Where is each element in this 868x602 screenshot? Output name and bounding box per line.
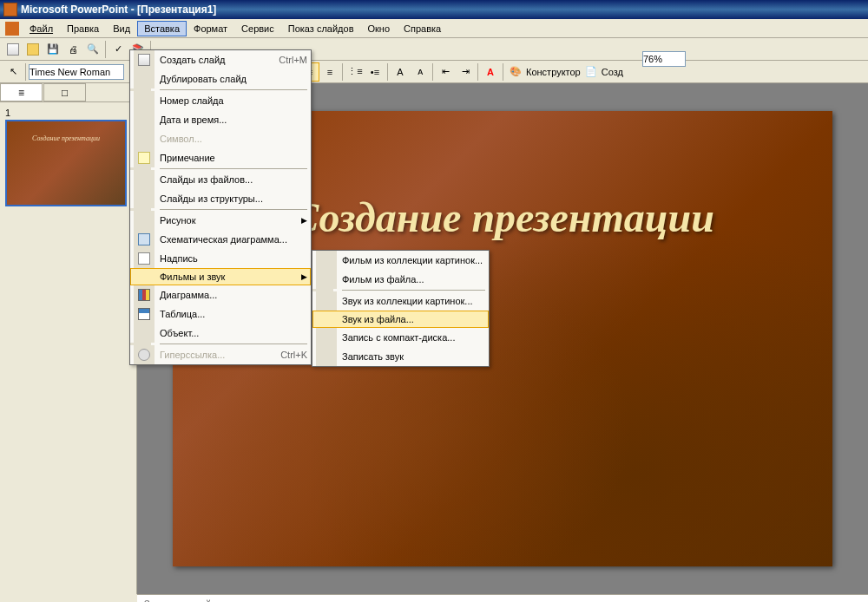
submenu-sound-file[interactable]: Звук из файла... <box>312 311 489 328</box>
menu-object[interactable]: Объект... <box>130 324 311 343</box>
submenu-arrow-icon: ▶ <box>301 272 307 281</box>
menu-format[interactable]: Формат <box>187 21 234 36</box>
menu-tools[interactable]: Сервис <box>234 21 281 36</box>
spell-button[interactable]: ✓ <box>108 40 128 59</box>
menu-insert[interactable]: Вставка <box>137 21 187 36</box>
slide-thumbnail[interactable]: Создание презентации <box>5 120 127 206</box>
menu-textbox[interactable]: Надпись <box>130 249 311 268</box>
app-menu-icon[interactable] <box>5 22 19 36</box>
menu-comment[interactable]: Примечание <box>130 148 311 167</box>
font-color-button[interactable]: A <box>481 62 500 82</box>
menu-chart[interactable]: Диаграмма... <box>130 285 311 304</box>
increase-font-button[interactable]: A <box>391 62 410 82</box>
menu-table[interactable]: Таблица... <box>130 304 311 324</box>
menu-duplicate-slide[interactable]: Дублировать слайд <box>130 69 311 88</box>
menu-picture[interactable]: Рисунок▶ <box>130 211 311 230</box>
design-button[interactable]: 🎨 <box>506 62 525 82</box>
title-bar: Microsoft PowerPoint - [Презентация1] <box>0 0 868 19</box>
menu-symbol: Символ... <box>130 129 311 148</box>
preview-button[interactable]: 🔍 <box>83 40 102 59</box>
app-icon <box>3 3 17 16</box>
print-button[interactable]: 🖨 <box>63 40 82 59</box>
menu-help[interactable]: Справка <box>397 21 448 36</box>
submenu-cd-audio[interactable]: Запись с компакт-диска... <box>312 328 489 347</box>
submenu-record-sound[interactable]: Записать звук <box>312 347 489 366</box>
menu-window[interactable]: Окно <box>361 21 398 36</box>
menu-hyperlink: Гиперссылка...Ctrl+K <box>130 345 311 364</box>
new-slide-button[interactable]: 📄 <box>582 62 601 82</box>
menu-new-slide[interactable]: Создать слайдCtrl+M <box>130 50 311 69</box>
submenu-arrow-icon: ▶ <box>301 216 307 225</box>
menu-slides-from-outline[interactable]: Слайды из структуры... <box>130 189 311 208</box>
submenu-movie-clip[interactable]: Фильм из коллекции картинок... <box>312 251 489 270</box>
new-slide-label[interactable]: Созд <box>602 67 623 77</box>
app-name: Microsoft PowerPoint <box>21 3 128 16</box>
decrease-indent-button[interactable]: ⇤ <box>436 62 455 82</box>
doc-name: [Презентация1] <box>137 3 216 16</box>
decrease-font-button[interactable]: ᴀ <box>411 62 430 82</box>
font-name-select[interactable] <box>29 64 124 80</box>
menu-diagram[interactable]: Схематическая диаграмма... <box>130 230 311 249</box>
bullets-button[interactable]: •≡ <box>365 62 385 82</box>
menu-edit[interactable]: Правка <box>60 21 106 36</box>
menu-file[interactable]: Файл <box>23 21 60 36</box>
thumbnail-list: 1 Создание презентации <box>0 102 136 212</box>
align-right-button[interactable]: ≡ <box>320 62 339 82</box>
open-button[interactable] <box>23 40 43 59</box>
menu-date-time[interactable]: Дата и время... <box>130 110 311 129</box>
panel-tabs: ≡ □ <box>0 83 136 102</box>
thumb-title: Создание презентации <box>32 134 100 142</box>
menu-slides-from-files[interactable]: Слайды из файлов... <box>130 170 311 189</box>
new-button[interactable] <box>3 40 23 59</box>
menu-bar: Файл Правка Вид Вставка Формат Сервис По… <box>0 19 868 38</box>
menu-slide-number[interactable]: Номер слайда <box>130 91 311 110</box>
insert-menu: Создать слайдCtrl+M Дублировать слайд Но… <box>129 49 312 365</box>
tab-slides[interactable]: □ <box>43 83 86 101</box>
numbering-button[interactable]: ⋮≡ <box>345 62 365 82</box>
slides-panel: ≡ □ 1 Создание презентации <box>0 83 137 594</box>
menu-movies-sounds[interactable]: Фильмы и звук▶ <box>130 268 311 285</box>
menu-view[interactable]: Вид <box>106 21 137 36</box>
menu-slideshow[interactable]: Показ слайдов <box>281 21 361 36</box>
designer-label[interactable]: Конструктор <box>526 67 581 77</box>
thumb-number: 1 <box>5 108 131 118</box>
zoom-select[interactable] <box>642 51 686 67</box>
increase-indent-button[interactable]: ⇥ <box>456 62 475 82</box>
notes-pane[interactable]: Заметки к слайду <box>137 594 868 602</box>
movies-sounds-submenu: Фильм из коллекции картинок... Фильм из … <box>312 250 490 367</box>
tab-outline[interactable]: ≡ <box>0 83 43 101</box>
arrow-icon[interactable]: ↖ <box>3 62 23 82</box>
submenu-movie-file[interactable]: Фильм из файла... <box>312 270 489 289</box>
submenu-sound-clip[interactable]: Звук из коллекции картинок... <box>312 291 489 311</box>
save-button[interactable]: 💾 <box>43 40 62 59</box>
